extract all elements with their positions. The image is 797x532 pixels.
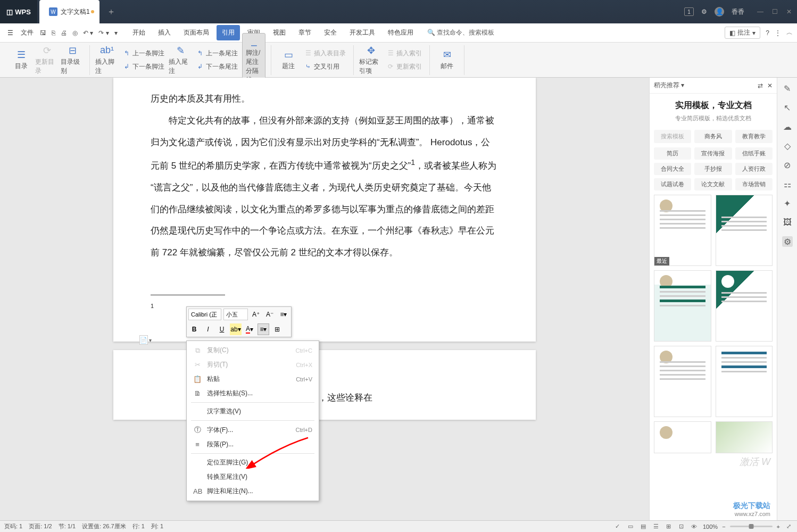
underline-icon[interactable]: U xyxy=(216,323,228,335)
cat-letter[interactable]: 信纸手账 xyxy=(735,147,773,160)
zoom-slider[interactable] xyxy=(730,526,773,527)
rail-style-icon[interactable]: ◇ xyxy=(782,140,793,151)
preview-icon[interactable]: ◎ xyxy=(70,28,80,38)
cat-contract[interactable]: 合同大全 xyxy=(654,163,691,175)
tab-references[interactable]: 引用 xyxy=(217,25,240,40)
toc-button[interactable]: ☰目录 xyxy=(10,49,33,71)
borders-icon[interactable]: ⊞ xyxy=(271,323,283,335)
sidebar-close-icon[interactable]: ✕ xyxy=(767,82,773,89)
rail-edit-icon[interactable]: ✎ xyxy=(782,83,793,94)
sb-book-icon[interactable]: ▭ xyxy=(626,522,635,531)
cat-resume[interactable]: 简历 xyxy=(654,147,691,160)
document-tab[interactable]: W 文字文稿1 xyxy=(39,0,99,23)
sidebar-tab-education[interactable]: 教育教学 xyxy=(735,130,773,143)
save-icon[interactable]: 🖫 xyxy=(38,28,48,38)
font-color-icon[interactable]: A▾ xyxy=(244,323,255,335)
search-commands[interactable]: 🔍 查找命令、搜索模板 xyxy=(427,28,494,37)
highlight-icon[interactable]: ab▾ xyxy=(230,323,242,335)
print-icon[interactable]: 🖨 xyxy=(59,28,69,38)
document-area[interactable]: 历史的本质及其有用性。 特定文化共有的故事，但没有外部来源的支持（例如亚瑟王周围… xyxy=(0,78,649,520)
undo-icon[interactable]: ↶ ▾ xyxy=(81,28,95,38)
align-icon[interactable]: ≡▾ xyxy=(258,323,269,335)
sb-pageno[interactable]: 页码: 1 xyxy=(4,522,22,530)
prev-footnote-button[interactable]: ↰上一条脚注 xyxy=(121,48,167,59)
cat-thesis[interactable]: 论文文献 xyxy=(694,178,732,190)
tab-security[interactable]: 安全 xyxy=(319,25,342,40)
cat-poster[interactable]: 宣传海报 xyxy=(694,147,732,160)
rail-cloud-icon[interactable]: ☁ xyxy=(782,121,793,132)
tab-sections[interactable]: 章节 xyxy=(293,25,317,40)
ctx-paste[interactable]: 📋粘贴Ctrl+V xyxy=(187,372,319,386)
rail-gear-icon[interactable]: ⚙ xyxy=(782,236,793,247)
rail-limit-icon[interactable]: ⊘ xyxy=(782,160,793,170)
template-item[interactable] xyxy=(716,346,773,417)
footnote-marker[interactable]: 1 xyxy=(151,303,154,309)
batch-annotate[interactable]: ◧ 批注 ▾ xyxy=(725,27,760,39)
sb-eye-icon[interactable]: 👁 xyxy=(690,522,699,531)
sb-page[interactable]: 页面: 1/2 xyxy=(29,522,52,530)
sb-section[interactable]: 节: 1/1 xyxy=(59,522,76,530)
ctx-paste-special[interactable]: 🗎选择性粘贴(S)... xyxy=(187,386,319,401)
cat-handout[interactable]: 手抄报 xyxy=(694,163,732,175)
template-item[interactable] xyxy=(654,270,711,342)
gift-icon[interactable]: ⚙ xyxy=(701,8,707,15)
rail-select-icon[interactable]: ↖ xyxy=(782,102,793,113)
template-item[interactable] xyxy=(654,421,711,453)
sb-read-icon[interactable]: ⊡ xyxy=(677,522,686,531)
caption-button[interactable]: ▭题注 xyxy=(277,49,300,71)
cat-exam[interactable]: 试题试卷 xyxy=(654,178,691,190)
rail-group-icon[interactable]: ⚏ xyxy=(782,179,793,189)
help-icon[interactable]: ? xyxy=(766,29,769,37)
user-avatar[interactable]: 👤 xyxy=(715,7,724,16)
sb-expand-icon[interactable]: ⤢ xyxy=(784,522,793,531)
ctx-paragraph[interactable]: ≡段落(P)... xyxy=(187,437,319,452)
shrink-font-icon[interactable]: A⁻ xyxy=(264,309,276,320)
cat-hr[interactable]: 人资行政 xyxy=(735,163,773,175)
more-icon[interactable]: ⋮ xyxy=(775,29,781,37)
template-item[interactable] xyxy=(716,270,773,342)
collapse-ribbon-icon[interactable]: ︿ xyxy=(786,28,793,37)
template-item[interactable] xyxy=(716,421,773,453)
tab-special[interactable]: 特色应用 xyxy=(383,25,419,40)
toc-level-button[interactable]: ⊟目录级别 xyxy=(61,45,84,76)
sidebar-settings-icon[interactable]: ⇄ xyxy=(758,82,763,89)
sb-zoom-value[interactable]: 100% xyxy=(703,523,718,530)
insert-footnote-button[interactable]: ab¹插入脚注 xyxy=(95,45,119,76)
ctx-footnote-endnote[interactable]: AB脚注和尾注(N)... xyxy=(187,484,319,498)
sb-line[interactable]: 行: 1 xyxy=(132,522,145,530)
next-endnote-button[interactable]: ↲下一条尾注 xyxy=(194,61,240,72)
rail-tool-icon[interactable]: ✦ xyxy=(782,198,793,209)
mark-index-button[interactable]: ✥标记索引项 xyxy=(359,45,383,76)
file-menu[interactable]: 文件 xyxy=(18,26,37,39)
font-family-input[interactable] xyxy=(188,309,221,320)
maximize-button[interactable]: ☐ xyxy=(772,8,778,15)
line-spacing-icon[interactable]: ≡▾ xyxy=(278,309,289,320)
ctx-goto-footnote[interactable]: 定位至脚注(G) xyxy=(187,455,319,470)
insert-endnote-button[interactable]: ✎插入尾注 xyxy=(169,45,192,76)
prev-endnote-button[interactable]: ↰上一条尾注 xyxy=(194,48,240,59)
hamburger-menu[interactable]: ☰ xyxy=(4,27,16,39)
italic-icon[interactable]: I xyxy=(202,323,214,335)
print-preview-icon[interactable]: ⎘ xyxy=(49,28,57,38)
ctx-reconvert[interactable]: 汉字重选(V) xyxy=(187,404,319,419)
paste-options-indicator[interactable]: 📄▾ xyxy=(139,335,152,345)
close-button[interactable]: ✕ xyxy=(786,8,792,15)
zoom-out-icon[interactable]: − xyxy=(722,523,725,530)
zoom-in-icon[interactable]: + xyxy=(777,523,780,530)
sidebar-title[interactable]: 稻壳推荐 ▾ xyxy=(654,81,758,90)
cat-marketing[interactable]: 市场营销 xyxy=(735,178,773,190)
sb-page-icon[interactable]: ▤ xyxy=(639,522,647,531)
mail-button[interactable]: ✉邮件 xyxy=(435,49,459,71)
tab-start[interactable]: 开始 xyxy=(127,25,151,40)
add-tab-button[interactable]: ＋ xyxy=(104,4,119,19)
grow-font-icon[interactable]: A⁺ xyxy=(250,309,262,320)
app-logo[interactable]: ◫WPS xyxy=(0,0,37,23)
footnote-ref[interactable]: 1 xyxy=(411,158,415,167)
redo-icon[interactable]: ↷ ▾ xyxy=(96,28,111,38)
user-name[interactable]: 香香 xyxy=(732,7,744,16)
sidebar-search[interactable]: 搜索模板 xyxy=(654,130,691,143)
sb-outline-icon[interactable]: ☰ xyxy=(652,522,660,531)
notification-badge[interactable]: 1 xyxy=(684,7,694,16)
tab-insert[interactable]: 插入 xyxy=(153,25,176,40)
sidebar-tab-business[interactable]: 商务风 xyxy=(694,130,732,143)
